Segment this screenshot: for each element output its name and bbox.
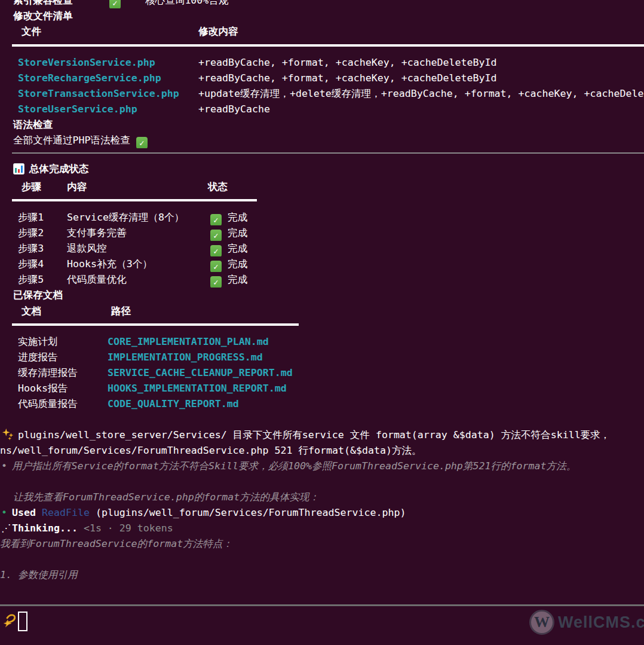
step-content: 退款风控 — [67, 241, 106, 256]
divider — [12, 323, 299, 326]
bullet-icon: • — [1, 458, 7, 474]
doc-path: SERVICE_CACHE_CLEANUP_REPORT.md — [108, 365, 293, 381]
doc-path: IMPLEMENTATION_PROGRESS.md — [108, 350, 263, 365]
check-item-label: 索引兼容检查 — [13, 0, 73, 8]
divider — [12, 44, 644, 47]
file-changes: +update缓存清理，+delete缓存清理，+readByCache, +f… — [198, 86, 644, 102]
file-name: StoreVersionService.php — [18, 55, 155, 71]
step-label: 步骤1 — [18, 210, 44, 225]
check-icon: ✓ — [210, 245, 222, 256]
divider — [12, 199, 257, 201]
assistant-note: 我看到ForumThreadService的format方法特点： — [0, 536, 644, 552]
file-changes: +readByCache, +format, +cacheKey, +cache… — [198, 71, 497, 86]
step-status: ✓完成 — [210, 210, 247, 225]
table-row: StoreUserService.php+readByCache — [0, 102, 644, 117]
file-name: StoreUserService.php — [18, 102, 137, 117]
col-header-step: 步骤 — [22, 179, 41, 195]
col-header-status: 状态 — [208, 179, 228, 195]
doc-label: 代码质量报告 — [18, 396, 78, 412]
file-changes: +readByCache, +format, +cacheKey, +cache… — [198, 55, 497, 71]
step-label: 步骤3 — [18, 241, 44, 256]
table-row: StoreRechargeService.php+readByCache, +f… — [0, 71, 644, 86]
user-message-line-2: ns/well_forum/Services/ForumThreadServic… — [0, 443, 644, 458]
assistant-note: 1. 参数使用引用 — [0, 567, 644, 583]
table-row: 步骤1Service缓存清理（8个）✓完成 — [0, 210, 644, 225]
step-status: ✓完成 — [210, 225, 247, 241]
check-icon: ✓ — [136, 137, 148, 148]
table-header: 步骤内容状态 — [0, 179, 644, 195]
sparkles-icon — [1, 427, 14, 441]
section-title-saved-docs: 已保存文档 — [0, 288, 644, 303]
col-header-content: 内容 — [67, 179, 87, 195]
table-row: 步骤5代码质量优化✓完成 — [0, 272, 644, 288]
divider — [0, 604, 644, 606]
doc-label: 缓存清理报告 — [18, 365, 78, 381]
tool-use-line: •Used ReadFile (plugins/well_forum/Servi… — [0, 505, 644, 521]
doc-path: CODE_QUALITY_REPORT.md — [108, 396, 239, 412]
check-icon: ✓ — [210, 214, 222, 225]
step-content: Service缓存清理（8个） — [67, 210, 184, 225]
table-header: 文件修改内容 — [0, 24, 644, 39]
step-status: ✓完成 — [210, 272, 247, 288]
file-name: StoreRechargeService.php — [18, 71, 161, 86]
doc-label: 实施计划 — [18, 334, 57, 350]
table-row: 步骤3退款风控✓完成 — [0, 241, 644, 256]
table-row: 代码质量报告CODE_QUALITY_REPORT.md — [0, 396, 644, 412]
step-status: ✓完成 — [210, 256, 247, 272]
bullet-icon: • — [1, 505, 7, 521]
doc-label: 进度报告 — [18, 350, 57, 365]
user-message-line-1: plugins/well_store_server/Services/ 目录下文… — [0, 427, 644, 443]
assistant-note: •用户指出所有Service的format方法不符合Skill要求，必须100%… — [0, 458, 644, 474]
col-header-doc: 文档 — [22, 304, 41, 319]
doc-label: Hooks报告 — [18, 381, 68, 396]
tool-action: Used — [12, 507, 36, 518]
table-row: Hooks报告HOOKS_IMPLEMENTATION_REPORT.md — [0, 381, 644, 396]
section-title-modified-files: 修改文件清单 — [0, 8, 644, 24]
assistant-note: 让我先查看ForumThreadService.php的format方法的具体实… — [0, 490, 644, 505]
section-title-overall-status: 总体完成状态 — [0, 161, 644, 177]
check-icon: ✓ — [109, 0, 121, 8]
bar-chart-icon — [13, 163, 24, 175]
terminal-cursor[interactable] — [18, 612, 27, 631]
tool-name: ReadFile — [42, 507, 90, 518]
table-header: 文档路径 — [0, 304, 644, 319]
tool-args: (plugins/well_forum/Services/ForumThread… — [96, 507, 406, 518]
check-icon: ✓ — [210, 276, 222, 288]
step-status: ✓完成 — [210, 241, 247, 256]
table-row: 实施计划CORE_IMPLEMENTATION_PLAN.md — [0, 334, 644, 350]
file-changes: +readByCache — [198, 102, 270, 117]
syntax-check-result: 全部文件通过PHP语法检查✓ — [0, 133, 644, 148]
col-header-file: 文件 — [22, 24, 41, 39]
wellcms-logo: W WellCMS.cn — [529, 609, 644, 636]
step-label: 步骤2 — [18, 225, 44, 241]
wellcms-brand-text: WellCMS.cn — [558, 613, 644, 632]
table-row: 步骤4Hooks补充（3个）✓完成 — [0, 256, 644, 272]
table-row: StoreVersionService.php+readByCache, +fo… — [0, 55, 644, 71]
table-row: 缓存清理报告SERVICE_CACHE_CLEANUP_REPORT.md — [0, 365, 644, 381]
file-name: StoreTransactionService.php — [18, 86, 179, 102]
doc-path: CORE_IMPLEMENTATION_PLAN.md — [108, 334, 269, 350]
overall-status-title: 总体完成状态 — [29, 163, 89, 175]
step-label: 步骤5 — [18, 272, 44, 288]
check-icon: ✓ — [210, 230, 222, 241]
table-row: StoreTransactionService.php+update缓存清理，+… — [0, 86, 644, 102]
wellcms-logo-badge: W — [529, 610, 554, 635]
col-header-path: 路径 — [111, 304, 131, 319]
step-label: 步骤4 — [18, 256, 44, 272]
step-content: 支付事务完善 — [67, 225, 127, 241]
dizzy-icon — [1, 613, 17, 631]
thinking-line: ⋰Thinking... <1s · 29 tokens — [0, 521, 644, 536]
step-content: 代码质量优化 — [67, 272, 127, 288]
thinking-meta: <1s · 29 tokens — [84, 522, 173, 534]
thinking-label: Thinking... — [12, 522, 78, 534]
col-header-changes: 修改内容 — [198, 24, 238, 39]
table-row: 进度报告IMPLEMENTATION_PROGRESS.md — [0, 350, 644, 365]
check-item-note: 核心查询100%合规 — [145, 0, 229, 8]
table-row: 步骤2支付事务完善✓完成 — [0, 225, 644, 241]
divider — [12, 152, 644, 154]
thinking-icon: ⋰ — [1, 521, 11, 536]
check-icon: ✓ — [210, 261, 222, 272]
terminal-window: 索引兼容检查✓核心查询100%合规 修改文件清单 文件修改内容 StoreVer… — [0, 0, 644, 645]
doc-path: HOOKS_IMPLEMENTATION_REPORT.md — [108, 381, 287, 396]
section-title-syntax-check: 语法检查 — [0, 117, 644, 133]
